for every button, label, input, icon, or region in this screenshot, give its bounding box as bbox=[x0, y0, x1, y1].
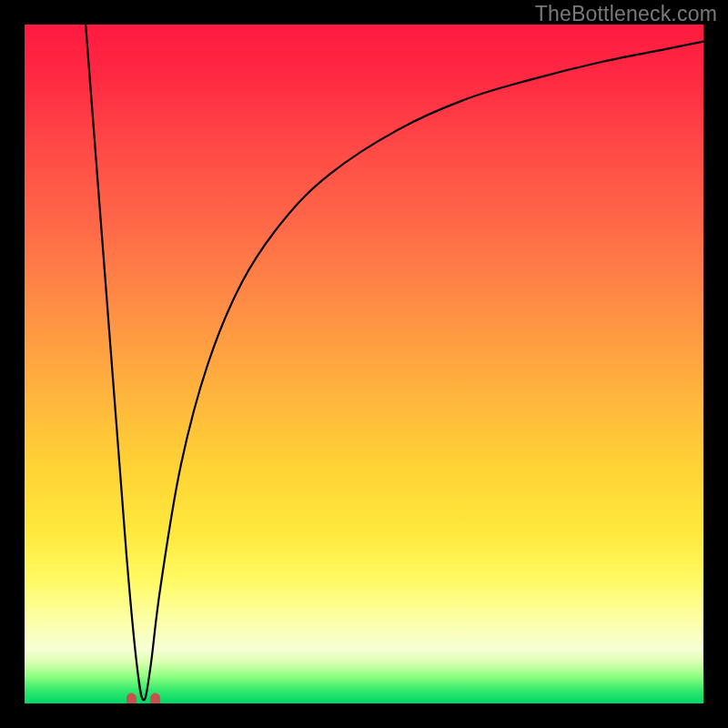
watermark-text: TheBottleneck.com bbox=[535, 2, 717, 26]
chart-frame: TheBottleneck.com bbox=[0, 0, 728, 728]
plot-area bbox=[25, 25, 703, 703]
chart-svg bbox=[25, 25, 703, 703]
mismatch-curve bbox=[86, 25, 703, 700]
